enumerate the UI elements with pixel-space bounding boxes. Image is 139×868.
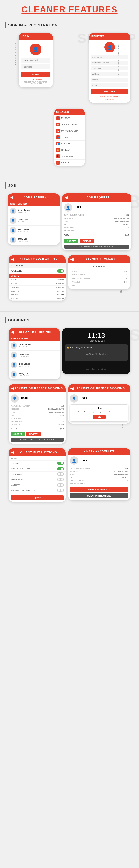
avatar: 👤 bbox=[10, 217, 16, 224]
login-button[interactable]: LOGIN bbox=[21, 72, 50, 77]
ar-title: ACCEPT OR REJECT BOOKING bbox=[14, 387, 63, 390]
address-field[interactable] bbox=[91, 72, 129, 76]
table-row[interactable]: 👤 Mary Lee Thu 25 Jun bbox=[8, 235, 60, 245]
laundry-toggle[interactable] bbox=[57, 483, 64, 487]
detail-row: TIME 9:00AM-11:00AM bbox=[64, 220, 129, 223]
bookings-section-label: BOOKINGS bbox=[5, 317, 134, 323]
payout-title: PAYOUT SUMMARY bbox=[73, 258, 128, 261]
lounge-toggle[interactable] bbox=[57, 462, 64, 465]
update-button[interactable]: Update bbox=[10, 495, 64, 500]
avatar: 👤 bbox=[10, 362, 17, 368]
jobs-screen-body: JOBS RECEIVED 👤 John Smith Mon 22 Jun 👤 bbox=[8, 202, 60, 245]
ar-action-buttons: ACCEPT REJECT bbox=[10, 432, 64, 436]
mark-complete-button[interactable]: MARK AS COMPLETE bbox=[70, 487, 129, 492]
notif-empty: No Other Notifications bbox=[66, 350, 126, 359]
mobile-field[interactable] bbox=[91, 78, 129, 82]
alert-title: Alert bbox=[73, 407, 126, 409]
menu-item-availability[interactable]: 📅 MY AVAILABILITY bbox=[54, 128, 85, 134]
ar-alt-btn[interactable]: AVAILABILITY AT ALTERNATIVE DATE/TIME bbox=[10, 438, 64, 442]
email-field[interactable] bbox=[91, 83, 129, 87]
or-login-link[interactable]: OR LOGIN bbox=[91, 98, 129, 100]
menu-item-support[interactable]: 📊 SUPPORT bbox=[54, 141, 85, 147]
instr-row: ENTRY bbox=[9, 457, 66, 461]
section-bar bbox=[5, 22, 6, 28]
mc-detail-row: ADDRESS 1/23 SAMPLE AVE bbox=[70, 470, 129, 473]
menu-item-rateapp[interactable]: ⭐ RATE APP bbox=[54, 147, 85, 153]
payout-period: JULY REPORT bbox=[70, 265, 129, 268]
table-row[interactable]: 👤 John Smith Mon 22 Jun bbox=[8, 206, 60, 216]
login-col: CLEANER SIGN IN LOGIN 👤 LOGIN I'M A CLEA… bbox=[3, 33, 62, 87]
list-item[interactable]: 👤 Jane Doe Tue 23 Jun bbox=[9, 350, 60, 360]
slide-unlock: — Slide to Unlock — bbox=[64, 368, 128, 371]
back-icon-bookings[interactable]: ◀ bbox=[11, 330, 14, 334]
jobrequests-icon: 📋 bbox=[56, 123, 60, 126]
detail-row: DATE 22 JUN bbox=[10, 414, 64, 417]
kitchen-toggle[interactable] bbox=[57, 467, 64, 470]
instr-row: GARAGE/OUTDOOR/BALCONY bbox=[9, 488, 66, 493]
back-icon-vd[interactable]: ◀ bbox=[11, 450, 14, 455]
update-label: UPDATE bbox=[9, 274, 66, 278]
username-field[interactable] bbox=[21, 58, 50, 63]
rateapp-label: RATE APP bbox=[61, 149, 72, 151]
avail-validation-phone: ◀ ACCEPT OR REJECT BOOKING 👤 USER Al bbox=[68, 384, 130, 424]
menu-item-signout[interactable]: 🚪 SIGN OUT bbox=[54, 160, 85, 166]
myjobs-label: MY JOBS bbox=[61, 117, 71, 119]
divider-2 bbox=[0, 311, 139, 312]
detail-row: BEDROOMS 2 bbox=[10, 417, 64, 420]
instr-row: BEDROOMS bbox=[9, 471, 66, 477]
list-item[interactable]: 👤 Bob Jones Wed 24 Jun bbox=[9, 360, 60, 370]
accept-button[interactable]: ACCEPT bbox=[64, 239, 79, 243]
back-icon-av[interactable]: ◀ bbox=[71, 386, 73, 391]
list-item[interactable]: 👤 Mary Lee Thu 25 Jun bbox=[9, 370, 60, 379]
forgot-link[interactable]: FORGOT YOUR PASSWORD? CONTACT ADMIN bbox=[21, 81, 50, 85]
surname-field[interactable] bbox=[91, 61, 129, 65]
detail-row: FLAT / CLEAN NUMBER 112 bbox=[10, 404, 64, 407]
ar-accept-button[interactable]: ACCEPT bbox=[10, 432, 25, 436]
client-instructions-button[interactable]: CLIENT INSTRUCTIONS bbox=[70, 493, 129, 498]
alert-ok-button[interactable]: OK bbox=[93, 415, 106, 419]
list-item[interactable]: 👤 John Smith Mon 22 Jun bbox=[9, 341, 60, 350]
ar-reject-button[interactable]: REJECT bbox=[26, 432, 40, 436]
table-row[interactable]: 👤 Bob Jones Wed 24 Jun bbox=[8, 225, 60, 235]
view-details-col: VIEW DETAILS ◀ CLIENT INSTRUCTIONS ENTRY bbox=[3, 448, 66, 502]
register-button[interactable]: REGISTER bbox=[91, 89, 129, 94]
av-avatar: 👤 bbox=[70, 394, 78, 403]
mc-buttons: MARK AS COMPLETE CLIENT INSTRUCTIONS bbox=[70, 487, 129, 498]
menu-item-jobrequests[interactable]: 📋 JOB REQUESTS bbox=[54, 122, 85, 128]
login-title: LOGIN bbox=[21, 35, 29, 38]
cleaner-link[interactable]: I'M A CLEANER bbox=[21, 79, 50, 81]
payout-row: PAYABLE 3.0 bbox=[70, 280, 129, 284]
notif-time: 11:13 bbox=[64, 332, 128, 339]
phone-confirm-link[interactable]: PHONE CONFIRMATION bbox=[91, 95, 129, 97]
menu-item-myjobs[interactable]: 👤 MY JOBS bbox=[54, 115, 85, 122]
back-icon-payout[interactable]: ◀ bbox=[71, 257, 73, 261]
mc-detail-row: TIME 9:00AM-11:00AM bbox=[70, 473, 129, 476]
firstname-field[interactable] bbox=[91, 55, 129, 59]
back-icon-jr[interactable]: ◀ bbox=[64, 195, 67, 199]
bedrooms-toggle[interactable] bbox=[57, 472, 64, 476]
table-row[interactable]: 👤 Jane Doe Tue 23 Jun bbox=[8, 216, 60, 225]
register-header: REGISTER bbox=[89, 33, 130, 39]
available-toggle[interactable] bbox=[57, 269, 64, 273]
time-row: 10:00 AM12:00 PM bbox=[9, 285, 66, 289]
ar-user-row: 👤 USER bbox=[10, 394, 64, 403]
teammates-label: TEAMMATES bbox=[61, 136, 74, 138]
back-icon-avail[interactable]: ◀ bbox=[11, 257, 14, 261]
signin-section-label: SIGN IN & REGISTRATION bbox=[5, 22, 134, 28]
rateapp-icon: ⭐ bbox=[56, 148, 60, 152]
notification-col: NEW BOOKING REQUEST NOTIFICATION 11:13 T… bbox=[62, 328, 136, 379]
instr-row: BATHROOMS bbox=[9, 477, 66, 483]
back-icon-ar[interactable]: ◀ bbox=[11, 386, 14, 391]
avail-title: CLEANER AVAILABILITY bbox=[14, 258, 63, 261]
avail-validation-col: AVAILABILITY VALIDATIONS ◀ ACCEPT OR REJ… bbox=[68, 384, 136, 443]
payout-row: PARTIAL JOBS 0 bbox=[70, 273, 129, 277]
tfn-field[interactable] bbox=[91, 66, 129, 70]
reject-button[interactable]: REJECT bbox=[80, 239, 94, 243]
back-icon[interactable]: ◀ bbox=[10, 195, 13, 199]
bathrooms-toggle[interactable] bbox=[57, 478, 64, 481]
menu-item-shareapp[interactable]: 📱 SHARE APP bbox=[54, 153, 85, 160]
alt-date-button[interactable]: AVAILABILITY AT ALTERNATIVE DATE/TIME bbox=[64, 245, 129, 249]
password-field[interactable] bbox=[21, 64, 50, 69]
garage-toggle[interactable] bbox=[57, 489, 64, 492]
menu-item-teammates[interactable]: 👥 TEAMMATES bbox=[54, 134, 85, 141]
